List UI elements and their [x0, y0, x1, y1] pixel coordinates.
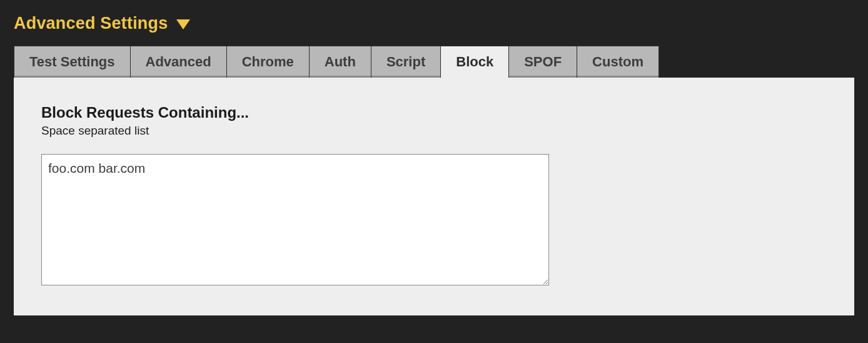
block-domains-input[interactable]: [41, 154, 549, 285]
tab-spof[interactable]: SPOF: [509, 46, 577, 78]
chevron-down-icon: [176, 19, 190, 29]
block-subtext: Space separated list: [41, 124, 827, 138]
tab-custom[interactable]: Custom: [577, 46, 659, 78]
tab-advanced[interactable]: Advanced: [131, 46, 227, 78]
section-title: Advanced Settings: [14, 14, 168, 33]
tab-chrome[interactable]: Chrome: [227, 46, 310, 78]
tab-bar: Test Settings Advanced Chrome Auth Scrip…: [14, 46, 854, 78]
block-panel: Block Requests Containing... Space separ…: [14, 78, 854, 315]
tab-test-settings[interactable]: Test Settings: [14, 46, 131, 78]
tab-block[interactable]: Block: [441, 46, 509, 78]
block-heading: Block Requests Containing...: [41, 104, 827, 121]
advanced-settings-toggle[interactable]: Advanced Settings: [14, 14, 854, 33]
tab-script[interactable]: Script: [371, 46, 441, 78]
tab-auth[interactable]: Auth: [310, 46, 371, 78]
